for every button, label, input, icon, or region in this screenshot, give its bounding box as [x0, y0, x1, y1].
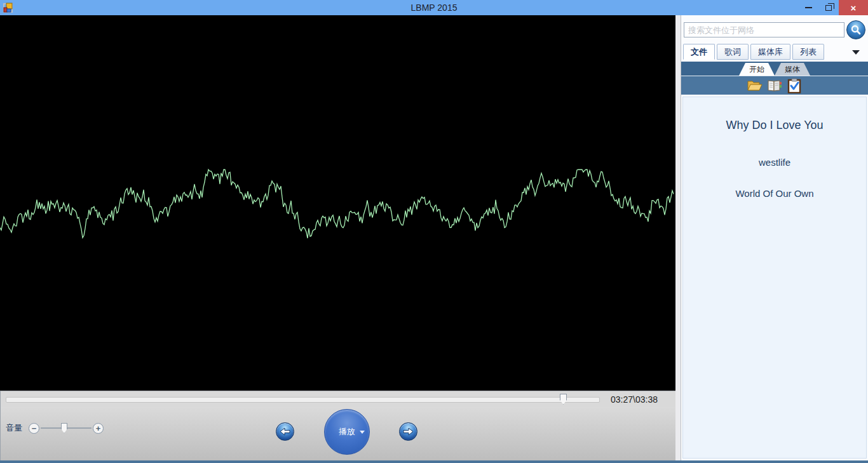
tab-file[interactable]: 文件: [683, 44, 715, 60]
window-bottom-border: [0, 460, 868, 463]
tab-overflow-caret-icon[interactable]: [852, 50, 860, 55]
time-display: 03:27\03:38: [603, 391, 665, 408]
restore-button[interactable]: [818, 0, 839, 15]
seek-track[interactable]: [6, 397, 600, 403]
media-library-button[interactable]: [766, 78, 783, 93]
search-row: [681, 15, 868, 41]
ribbon-tab-start[interactable]: 开始: [739, 63, 775, 76]
close-button[interactable]: ×: [839, 0, 868, 15]
play-label: 播放: [339, 426, 355, 438]
minus-icon: −: [32, 424, 37, 433]
search-icon: [850, 24, 862, 36]
now-playing-panel: Why Do I Love You westlife World Of Our …: [682, 97, 867, 459]
waveform: [0, 15, 675, 391]
play-button[interactable]: 播放: [324, 409, 370, 455]
playlist-check-icon: [787, 78, 801, 93]
tab-media-library[interactable]: 媒体库: [750, 44, 790, 60]
titlebar: LBMP 2015 ×: [0, 0, 868, 15]
song-album: World Of Our Own: [683, 188, 866, 199]
volume-thumb[interactable]: [61, 423, 67, 433]
ribbon-toolbar: [681, 76, 868, 95]
sidebar: 文件 歌词 媒体库 列表 开始 媒体: [681, 15, 868, 460]
visualization-stage: [0, 15, 675, 391]
search-input[interactable]: [684, 22, 844, 37]
volume-group: 音量 − +: [6, 422, 104, 434]
tab-playlist[interactable]: 列表: [792, 44, 824, 60]
volume-label: 音量: [6, 422, 22, 434]
restore-icon: [825, 5, 832, 11]
play-options-caret-icon[interactable]: [360, 431, 365, 434]
minimize-icon: [805, 7, 812, 8]
search-button[interactable]: [846, 20, 865, 39]
volume-slider[interactable]: [41, 422, 92, 434]
previous-arrow-icon: [280, 427, 290, 436]
volume-down-button[interactable]: −: [29, 423, 39, 434]
progress-row: 03:27\03:38: [1, 391, 675, 407]
library-book-icon: [767, 79, 782, 93]
seek-thumb[interactable]: [560, 394, 567, 405]
app-window: LBMP 2015 × 03:27\03:38: [0, 0, 868, 463]
next-button[interactable]: [399, 422, 417, 441]
plus-icon: +: [96, 424, 101, 433]
controls-row: 音量 − + 播放: [1, 407, 675, 460]
volume-up-button[interactable]: +: [93, 423, 104, 434]
song-artist: westlife: [683, 157, 866, 168]
playlist-check-button[interactable]: [786, 78, 803, 93]
open-folder-icon: [747, 79, 763, 93]
song-title: Why Do I Love You: [683, 119, 866, 132]
transport-bar: 03:27\03:38 音量 − +: [0, 391, 675, 460]
minimize-button[interactable]: [798, 0, 818, 15]
next-arrow-icon: [403, 427, 414, 436]
sidebar-tab-row: 文件 歌词 媒体库 列表: [681, 41, 868, 60]
panel-splitter[interactable]: [675, 15, 681, 460]
open-folder-button[interactable]: [747, 78, 763, 93]
previous-button[interactable]: [276, 422, 294, 441]
tab-lyrics[interactable]: 歌词: [717, 44, 749, 60]
ribbon-tab-media[interactable]: 媒体: [775, 63, 810, 76]
close-icon: ×: [851, 3, 857, 13]
window-title: LBMP 2015: [0, 3, 868, 13]
ribbon-tab-band: 开始 媒体: [681, 62, 868, 76]
